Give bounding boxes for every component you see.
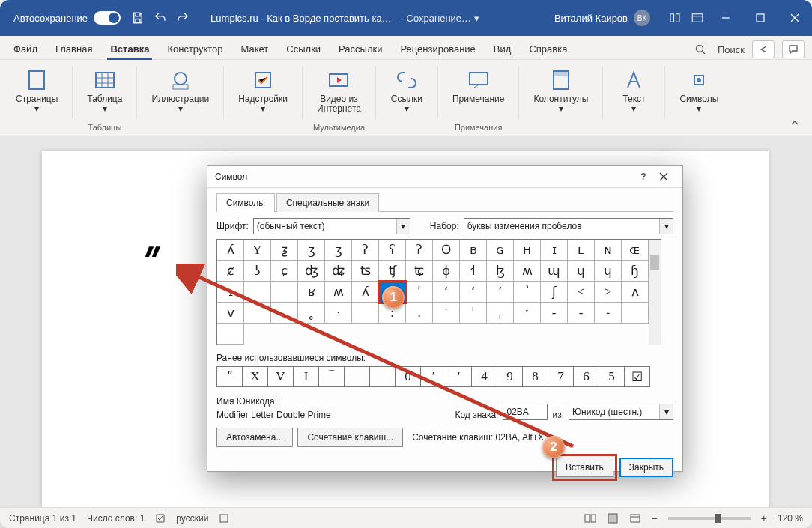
symbol-cell[interactable] bbox=[622, 303, 649, 324]
status-words[interactable]: Число слов: 1 bbox=[87, 513, 145, 524]
symbol-grid[interactable]: ʎYƺʒʒʔʕʔʘʙɢʜɪʟɴɶȼʖɕʤʥʦʧʨɸɬɮʍɰɥɥɧɿʁʍʎʺʹʻʻ… bbox=[216, 239, 649, 345]
symbol-cell[interactable]: ʽ bbox=[514, 282, 541, 303]
subset-combo[interactable]: буквы изменения пробелов▾ bbox=[464, 218, 673, 234]
symbol-cell[interactable]: ɬ bbox=[460, 261, 487, 282]
ribbon-button[interactable]: Видео изИнтернета bbox=[310, 63, 368, 121]
symbol-cell[interactable]: Y bbox=[244, 240, 271, 261]
symbol-cell[interactable]: ʧ bbox=[379, 261, 406, 282]
recent-symbol-cell[interactable]: ' bbox=[446, 366, 472, 387]
symbol-cell[interactable]: ʜ bbox=[514, 240, 541, 261]
tab-review[interactable]: Рецензирование bbox=[391, 38, 484, 59]
symbol-cell[interactable]: - bbox=[568, 303, 595, 324]
symbol-cell[interactable]: ˗ bbox=[595, 303, 622, 324]
symbol-cell[interactable]: ʒ bbox=[325, 240, 352, 261]
ribbon-button[interactable]: Иллюстрации▾ bbox=[145, 63, 216, 121]
dialog-titlebar[interactable]: Символ ? bbox=[207, 166, 682, 188]
symbol-cell[interactable]: ʒ bbox=[298, 240, 325, 261]
symbol-cell[interactable]: ʤ bbox=[298, 261, 325, 282]
symbol-cell[interactable]: ʕ bbox=[379, 240, 406, 261]
symbol-cell[interactable]: ɧ bbox=[622, 261, 649, 282]
macro-icon[interactable] bbox=[219, 513, 229, 524]
symbol-cell[interactable]: ʔ bbox=[406, 240, 433, 261]
recent-symbol-cell[interactable]: ʺ bbox=[216, 366, 243, 387]
symbol-cell[interactable]: ɕ bbox=[271, 261, 298, 282]
symbol-cell[interactable] bbox=[244, 303, 271, 324]
symbol-cell[interactable]: ʟ bbox=[568, 240, 595, 261]
symbol-cell[interactable]: ʔ bbox=[352, 240, 379, 261]
redo-icon[interactable] bbox=[176, 11, 190, 25]
undo-icon[interactable] bbox=[154, 11, 167, 25]
zoom-value[interactable]: 120 % bbox=[778, 513, 803, 524]
recent-symbol-cell[interactable]: ☑ bbox=[624, 366, 650, 387]
symbol-cell[interactable] bbox=[217, 324, 244, 345]
symbol-cell[interactable]: ɿ bbox=[217, 282, 244, 303]
symbol-cell[interactable]: ʁ bbox=[298, 282, 325, 303]
font-combo[interactable]: (обычный текст)▾ bbox=[253, 218, 410, 234]
zoom-in-button[interactable]: + bbox=[761, 512, 767, 524]
symbol-cell[interactable]: ʍ bbox=[325, 282, 352, 303]
dialog-tab-special[interactable]: Специальные знаки bbox=[276, 193, 379, 212]
code-input[interactable]: 02BA bbox=[503, 404, 548, 420]
symbol-cell[interactable]: ʎ bbox=[217, 240, 244, 261]
symbol-cell[interactable]: ˌ bbox=[487, 303, 514, 324]
symbol-cell[interactable]: ʼ bbox=[487, 282, 514, 303]
insert-button[interactable]: Вставить bbox=[556, 458, 613, 477]
ribbon-button[interactable]: Ссылки▾ bbox=[384, 63, 430, 121]
recent-symbol-cell[interactable]: ′ bbox=[420, 366, 446, 387]
symbol-cell[interactable]: ˙ bbox=[433, 303, 460, 324]
tab-view[interactable]: Вид bbox=[485, 38, 521, 59]
recent-symbol-cell[interactable] bbox=[344, 366, 370, 387]
recent-symbol-cell[interactable]: V bbox=[267, 366, 294, 387]
symbol-cell[interactable]: < bbox=[568, 282, 595, 303]
symbol-cell[interactable] bbox=[271, 282, 298, 303]
autocorrect-button[interactable]: Автозамена... bbox=[216, 428, 293, 447]
symbol-cell[interactable]: ʖ bbox=[244, 261, 271, 282]
zoom-out-button[interactable]: − bbox=[652, 512, 658, 524]
tab-home[interactable]: Главная bbox=[46, 38, 101, 59]
symbol-cell[interactable]: ˳ bbox=[298, 303, 325, 324]
shortcut-key-button[interactable]: Сочетание клавиш... bbox=[297, 428, 403, 447]
symbol-cell[interactable]: . bbox=[406, 303, 433, 324]
ribbon-button[interactable]: Символы▾ bbox=[673, 63, 725, 121]
dialog-tab-symbols[interactable]: Символы bbox=[216, 193, 275, 212]
symbol-cell[interactable]: ɮ bbox=[487, 261, 514, 282]
dialog-help-button[interactable]: ? bbox=[634, 166, 652, 188]
recent-symbol-cell[interactable]: X bbox=[242, 366, 268, 387]
symbol-cell[interactable]: ʦ bbox=[352, 261, 379, 282]
grid-scrollbar[interactable] bbox=[649, 239, 661, 345]
symbol-cell[interactable]: ɥ bbox=[568, 261, 595, 282]
symbol-cell[interactable]: ʃ bbox=[541, 282, 568, 303]
symbol-cell[interactable]: ʌ bbox=[622, 282, 649, 303]
web-layout-icon[interactable] bbox=[629, 513, 641, 524]
collapse-ribbon-icon[interactable] bbox=[790, 118, 805, 133]
symbol-cell[interactable]: ᴠ bbox=[217, 303, 244, 324]
recent-symbol-cell[interactable]: 4 bbox=[471, 366, 497, 387]
print-layout-icon[interactable] bbox=[607, 513, 619, 524]
close-dialog-button[interactable]: Закрыть bbox=[619, 458, 673, 477]
symbol-cell[interactable]: ɸ bbox=[433, 261, 460, 282]
share-button[interactable] bbox=[752, 40, 775, 58]
symbol-cell[interactable]: ʻ bbox=[460, 282, 487, 303]
symbol-cell[interactable]: ʍ bbox=[514, 261, 541, 282]
ribbon-button[interactable]: Таблица▾ bbox=[80, 63, 129, 121]
symbol-cell[interactable]: ʎ bbox=[352, 282, 379, 303]
zoom-slider[interactable] bbox=[668, 517, 751, 520]
recent-symbol-cell[interactable]: I bbox=[293, 366, 319, 387]
read-mode-icon[interactable] bbox=[584, 513, 596, 524]
symbol-cell[interactable]: ʥ bbox=[325, 261, 352, 282]
recent-symbol-cell[interactable]: 0 bbox=[395, 366, 421, 387]
symbol-cell[interactable]: ʻ bbox=[433, 282, 460, 303]
comments-button[interactable] bbox=[782, 40, 805, 58]
symbol-cell[interactable]: ˑ bbox=[514, 303, 541, 324]
save-icon[interactable] bbox=[131, 11, 145, 25]
symbol-cell[interactable]: · bbox=[325, 303, 352, 324]
minimize-button[interactable] bbox=[709, 0, 743, 36]
symbol-cell[interactable]: ʨ bbox=[406, 261, 433, 282]
status-page[interactable]: Страница 1 из 1 bbox=[9, 513, 76, 524]
symbol-cell[interactable]: > bbox=[595, 282, 622, 303]
recent-symbol-cell[interactable] bbox=[369, 366, 396, 387]
autosave-toggle[interactable] bbox=[94, 11, 121, 25]
symbol-cell[interactable]: ɥ bbox=[595, 261, 622, 282]
symbol-cell[interactable]: ˈ bbox=[460, 303, 487, 324]
recent-symbol-cell[interactable]: 9 bbox=[497, 366, 523, 387]
